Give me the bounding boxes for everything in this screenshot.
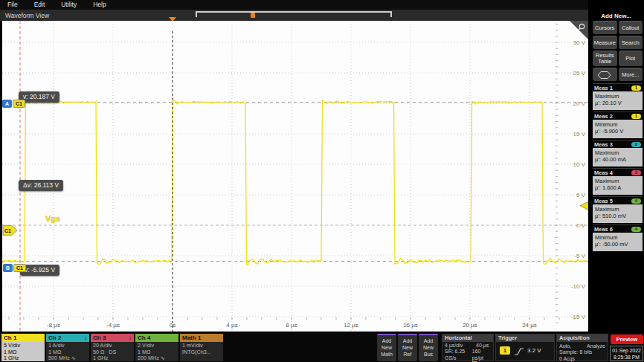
y-axis-tick-label: 20 V	[573, 100, 586, 107]
horizontal-record-overview[interactable]	[196, 11, 392, 17]
add-new-math-button[interactable]: AddNewMath	[377, 334, 396, 361]
measurement-title: Meas 3	[594, 141, 613, 148]
button-label-line: New	[419, 344, 438, 351]
measurement-type: Minimum	[595, 234, 640, 241]
add-new-ref-button[interactable]: AddNewRef	[398, 334, 417, 361]
menu-utility[interactable]: Utility	[61, 1, 77, 10]
trigger-level-arrow[interactable]	[580, 201, 588, 210]
x-axis-tick-label: 20 µs	[463, 322, 477, 329]
measurement-badge[interactable]: Meas 21Minimumµ': -5.900 V	[593, 111, 643, 138]
measurement-title: Meas 6	[594, 226, 613, 233]
measurement-badge[interactable]: Meas 54Maximumµ': 510.0 mV	[593, 196, 643, 223]
plot-button[interactable]: Plot	[619, 51, 643, 66]
channel-header: Math 1	[180, 334, 223, 342]
measurement-type: Maximum	[595, 149, 640, 156]
measurement-source-badge: 1	[631, 114, 641, 119]
acquisition-sample-bits: Sample: 8 bits	[559, 349, 605, 356]
menu-edit[interactable]: Edit	[34, 1, 45, 10]
callout-button[interactable]: Callout	[619, 21, 643, 34]
measure-button[interactable]: Measure	[593, 36, 617, 49]
measurement-type: Maximum	[595, 178, 640, 184]
cursor-b-source-badge[interactable]: C1	[13, 264, 26, 272]
measurement-badge[interactable]: Meas 32Maximumµ': 40.00 mA	[593, 140, 643, 167]
measurement-values: Minimumµ': -5.900 V	[593, 120, 643, 138]
horizontal-panel[interactable]: Horizontal 4 µs/div40 µsSR: 6.25 GS/s160…	[442, 334, 494, 361]
measurement-source-badge: 1	[631, 85, 641, 91]
horizontal-row: 4 µs/div40 µs	[445, 343, 491, 349]
y-axis-tick-label: 15 V	[573, 131, 586, 138]
record-trigger-position-marker[interactable]	[251, 13, 255, 18]
cursor-b-handle[interactable]: B	[3, 264, 13, 272]
x-axis-tick-label: 24 µs	[522, 322, 537, 329]
measurement-source-badge: 4	[631, 227, 641, 232]
channel-setting-line: 500 MHz ∿	[48, 355, 87, 362]
mask-test-button[interactable]	[593, 68, 617, 81]
measurement-header: Meas 32	[593, 140, 643, 148]
channel-badges: Ch 15 V/div1 MΩ1 GHzCh 2↓1 A/div1 MΩ500 …	[1, 334, 223, 361]
waveform-annotation-vgs: Vgs	[45, 214, 60, 223]
cursor-delta-readout: Δv: 26.113 V	[19, 180, 63, 191]
measurement-mean: µ': -50.00 mV	[595, 241, 640, 248]
channel-badge-ch-4[interactable]: Ch 42 V/div1 MΩ200 MHz ∿	[135, 334, 178, 361]
settings-bar: Ch 15 V/div1 MΩ1 GHzCh 2↓1 A/div1 MΩ500 …	[0, 333, 644, 362]
preview-button[interactable]: Preview	[611, 334, 643, 344]
horizontal-value: 40 µs	[476, 343, 489, 349]
measurement-title: Meas 1	[594, 85, 613, 91]
trigger-panel[interactable]: Trigger 1 3.2 V	[495, 334, 555, 361]
results-table-button[interactable]: Results Table	[593, 51, 617, 66]
button-label-line: Add	[377, 337, 396, 344]
channel-name: Math 1	[182, 334, 201, 341]
channel-header: Ch 3↓	[91, 334, 134, 342]
button-label-line: Ref	[398, 351, 417, 358]
cursor-a-source-badge[interactable]: C1	[13, 100, 25, 108]
measurement-mean: µ': 1.600 A	[595, 184, 640, 191]
measurement-badge[interactable]: Meas 11Maximumµ': 20.10 V	[593, 83, 643, 110]
channel-badge-ch-2[interactable]: Ch 2↓1 A/div1 MΩ500 MHz ∿	[46, 334, 89, 361]
cursors-button[interactable]: Cursors	[593, 21, 617, 34]
measurement-badge[interactable]: Meas 64Minimumµ': -50.00 mV	[593, 224, 643, 251]
measurement-values: Maximumµ': 1.600 A	[593, 176, 643, 195]
channel-header: Ch 1	[1, 334, 45, 342]
channel-name: Ch 4	[138, 334, 150, 341]
measurement-header: Meas 21	[593, 111, 643, 120]
y-axis-tick-label: 5 V	[576, 192, 586, 198]
horizontal-panel-title: Horizontal	[442, 334, 493, 342]
measurement-title: Meas 2	[594, 113, 613, 120]
acquisition-panel[interactable]: Acquisition Auto, Analyze Sample: 8 bits…	[556, 334, 608, 361]
measurement-badge[interactable]: Meas 43Maximumµ': 1.600 A	[593, 168, 643, 195]
measurement-values: Maximumµ': 20.10 V	[593, 91, 643, 110]
channel-badge-math-1[interactable]: Math 11 mV/divINTG(Ch3...	[180, 334, 223, 361]
measurement-badges: Meas 11Maximumµ': 20.10 VMeas 21Minimumµ…	[593, 83, 643, 253]
search-button[interactable]: Search	[619, 36, 643, 49]
cursor-a-handle[interactable]: A	[2, 100, 12, 108]
horizontal-value: SR: 6.25 GS/s	[445, 349, 472, 361]
channel-header: Ch 2↓	[46, 334, 89, 342]
date-value: 01 Sep 2022	[611, 347, 643, 354]
oscilloscope-screen: FileEditUtilityHelp Tektronix Waveform V…	[0, 0, 644, 362]
channel-badge-ch-1[interactable]: Ch 15 V/div1 MΩ1 GHz	[1, 334, 45, 361]
measurement-source-badge: 3	[631, 170, 641, 175]
channel-settings: 1 mV/divINTG(Ch3...	[180, 342, 223, 361]
add-new-buttons: CursorsCalloutMeasureSearchResults Table…	[593, 21, 643, 81]
channel-settings: 2 V/div1 MΩ200 MHz ∿	[135, 342, 178, 361]
x-axis-tick-label: -4 µs	[106, 322, 120, 329]
measurement-values: Maximumµ': 510.0 mV	[593, 204, 643, 223]
measurement-values: Maximumµ': 40.00 mA	[593, 148, 643, 167]
time-value: 8:25:38 PM	[611, 354, 643, 361]
x-axis-tick-label: 16 µs	[403, 322, 418, 329]
y-axis-tick-label: 0 V	[576, 222, 586, 229]
button-label-line: New	[377, 344, 396, 351]
channel-badge-ch-3[interactable]: Ch 3↓20 A/div50 Ω DS1 GHz	[91, 334, 134, 361]
trigger-level-value: 3.2 V	[527, 347, 541, 354]
more--button[interactable]: More...	[619, 68, 643, 81]
add-new-bus-button[interactable]: AddNewBus	[419, 334, 438, 361]
x-axis-tick-label: 4 µs	[226, 322, 237, 329]
menu-file[interactable]: File	[7, 1, 18, 10]
y-axis-tick-label: -5 V	[574, 253, 585, 259]
add-new-label: Add New...	[588, 13, 644, 19]
menu-help[interactable]: Help	[93, 1, 106, 10]
acquisition-analyze: Analyze	[587, 343, 605, 349]
acquisition-count: 0 Acqs	[559, 356, 605, 362]
measurement-mean: µ': 20.10 V	[595, 100, 640, 106]
measurement-header: Meas 64	[593, 224, 643, 233]
